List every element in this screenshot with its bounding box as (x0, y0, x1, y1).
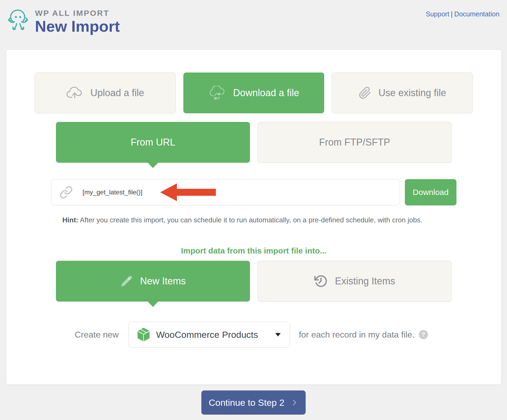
page-title: New Import (35, 18, 120, 34)
logo-eye (15, 16, 17, 18)
header-links: Support|Documentation (426, 10, 499, 18)
woocommerce-product-icon (137, 327, 150, 342)
support-link[interactable]: Support (426, 10, 449, 18)
brand-block: WP ALL IMPORT New Import (6, 6, 120, 34)
continue-button-label: Continue to Step 2 (209, 397, 284, 408)
annotation-arrow-icon (160, 183, 216, 201)
create-new-label: Create new (75, 330, 119, 340)
url-download-row: [my_get_latest_file()] Download (51, 179, 456, 205)
tab-existing-items[interactable]: Existing Items (258, 261, 452, 302)
question-mark-icon[interactable]: ? (419, 330, 428, 339)
post-type-selected-value: WooCommerce Products (156, 330, 269, 340)
chevron-right-icon (290, 399, 298, 407)
link-icon (59, 186, 73, 199)
url-input-value: [my_get_latest_file()] (83, 189, 142, 196)
tab-label: From FTP/SFTP (319, 137, 390, 148)
file-source-tabs: Upload a file Download a file (35, 73, 473, 113)
import-into-heading: Import data from this import file into..… (6, 246, 501, 256)
new-import-card: Upload a file Download a file (6, 49, 502, 385)
cloud-upload-icon (66, 86, 83, 99)
page-header: WP ALL IMPORT New Import Support|Documen… (0, 0, 507, 34)
pencil-icon (120, 275, 133, 288)
tab-from-ftp-sftp[interactable]: From FTP/SFTP (258, 122, 452, 163)
tab-label: Existing Items (335, 276, 395, 287)
hint-prefix: Hint: (62, 216, 78, 224)
link-separator: | (451, 10, 453, 18)
tab-upload-a-file[interactable]: Upload a file (35, 73, 176, 113)
tab-label: From URL (131, 137, 175, 148)
tab-use-existing-file[interactable]: Use existing file (332, 73, 473, 113)
tab-download-a-file[interactable]: Download a file (183, 73, 324, 113)
octopus-logo-icon (6, 7, 30, 33)
tab-label: Upload a file (90, 87, 144, 99)
tab-new-items[interactable]: New Items (56, 261, 250, 302)
history-icon (314, 274, 328, 288)
chevron-down-icon (275, 333, 281, 336)
tab-label: Use existing file (379, 87, 446, 99)
tab-label: New Items (140, 276, 186, 287)
download-button[interactable]: Download (405, 179, 456, 205)
continue-to-step-2-button[interactable]: Continue to Step 2 (201, 390, 306, 415)
create-new-row: Create new WooCommerce Products for each… (56, 322, 452, 347)
download-type-tabs: From URL From FTP/SFTP (56, 122, 452, 163)
url-input[interactable]: [my_get_latest_file()] (51, 179, 400, 205)
item-mode-tabs: New Items Existing Items (56, 261, 452, 302)
post-type-dropdown[interactable]: WooCommerce Products (128, 322, 290, 347)
brand-name: WP ALL IMPORT (35, 9, 120, 18)
cloud-download-icon (208, 86, 226, 100)
tab-label: Download a file (233, 87, 299, 99)
tab-from-url[interactable]: From URL (56, 122, 250, 163)
documentation-link[interactable]: Documentation (454, 10, 499, 18)
paperclip-icon (359, 86, 372, 99)
hint-text: Hint: After you create this import, you … (51, 216, 456, 224)
logo-eye (19, 16, 21, 18)
hint-body: After you create this import, you can sc… (78, 216, 422, 224)
create-new-suffix: for each record in my data file. (299, 330, 415, 340)
